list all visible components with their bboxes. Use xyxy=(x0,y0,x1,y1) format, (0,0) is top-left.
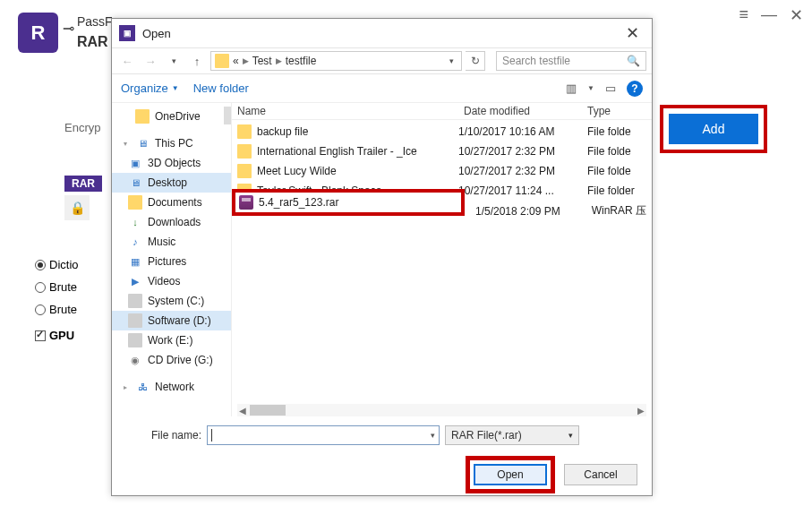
view-mode-icon[interactable]: ▥ xyxy=(566,81,577,95)
tree-drive-d[interactable]: Software (D:) xyxy=(112,311,231,330)
list-header[interactable]: Name Date modified Type xyxy=(232,103,652,120)
app-title-top: PassF xyxy=(77,14,113,29)
col-type[interactable]: Type xyxy=(587,105,646,117)
file-type-filter[interactable]: RAR File(*.rar) ▾ xyxy=(445,425,579,445)
tree-drive-c[interactable]: System (C:) xyxy=(112,291,231,311)
tree-desktop[interactable]: 🖥Desktop xyxy=(112,173,231,193)
cancel-button[interactable]: Cancel xyxy=(564,464,637,485)
folder-icon xyxy=(237,144,252,159)
nav-recent-dropdown-icon[interactable]: ▾ xyxy=(164,56,184,65)
tree-pictures[interactable]: ▦Pictures xyxy=(112,252,231,271)
breadcrumb-testfile[interactable]: testfile xyxy=(286,55,317,67)
search-placeholder: Search testfile xyxy=(502,55,570,67)
download-icon: ↓ xyxy=(128,215,142,229)
list-item[interactable]: Meet Lucy Wilde 10/27/2017 2:32 PM File … xyxy=(232,161,652,181)
new-folder-button[interactable]: New folder xyxy=(193,81,249,95)
chevron-right-icon: ▶ xyxy=(276,56,282,65)
open-button[interactable]: Open xyxy=(474,464,547,485)
onedrive-icon xyxy=(135,109,150,124)
folder-icon xyxy=(237,164,252,178)
organize-menu[interactable]: Organize ▼ xyxy=(121,81,179,95)
breadcrumb-test[interactable]: Test xyxy=(252,55,272,67)
filename-label: File name: xyxy=(123,429,201,442)
rar-icon xyxy=(239,195,253,210)
tree-documents[interactable]: Documents xyxy=(112,193,231,212)
cube-icon: ▣ xyxy=(128,156,142,170)
dialog-app-icon: ▣ xyxy=(119,25,135,41)
drive-icon xyxy=(128,333,142,347)
network-icon: 🖧 xyxy=(135,380,150,394)
list-item[interactable]: International English Trailer - _Ice 10/… xyxy=(232,142,652,161)
radio-brute-1[interactable]: Brute xyxy=(35,280,79,294)
app-logo-icon: R xyxy=(18,13,58,53)
breadcrumb-folder-icon xyxy=(215,54,229,68)
pictures-icon: ▦ xyxy=(128,254,142,269)
chevron-down-icon[interactable]: ▾ xyxy=(121,140,130,148)
breadcrumb[interactable]: « ▶ Test ▶ testfile ▾ xyxy=(210,51,462,71)
chevron-right-icon: ▶ xyxy=(243,56,249,65)
tree-onedrive[interactable]: OneDrive xyxy=(112,107,231,126)
radio-dictionary[interactable]: Dictio xyxy=(35,258,79,271)
chevron-down-icon: ▼ xyxy=(172,84,179,92)
nav-up-icon[interactable]: ↑ xyxy=(187,55,207,68)
chevron-down-icon: ▾ xyxy=(568,431,573,440)
tree-drive-g[interactable]: ◉CD Drive (G:) xyxy=(112,350,231,370)
add-button[interactable]: Add xyxy=(669,114,758,144)
folder-tree: OneDrive ▾🖥This PC ▣3D Objects 🖥Desktop … xyxy=(112,103,232,416)
folder-icon xyxy=(237,124,252,139)
tree-scrollbar[interactable] xyxy=(224,107,231,124)
pc-icon: 🖥 xyxy=(135,136,150,150)
checkbox-gpu[interactable]: GPU xyxy=(35,329,79,342)
radio-brute-2[interactable]: Brute xyxy=(35,303,79,316)
list-horizontal-scrollbar[interactable]: ◀ ▶ xyxy=(237,404,646,416)
file-list: Name Date modified Type backup file 1/10… xyxy=(232,103,652,416)
nav-forward-icon[interactable]: → xyxy=(141,55,160,68)
drive-icon xyxy=(128,294,142,308)
filename-dropdown-icon[interactable]: ▾ xyxy=(431,431,435,440)
view-dropdown-icon[interactable]: ▼ xyxy=(587,84,594,92)
drive-icon xyxy=(128,313,142,328)
cd-icon: ◉ xyxy=(128,353,142,367)
documents-icon xyxy=(128,195,142,210)
tree-videos[interactable]: ▶Videos xyxy=(112,271,231,291)
tree-downloads[interactable]: ↓Downloads xyxy=(112,212,231,232)
tree-drive-e[interactable]: Work (E:) xyxy=(112,330,231,350)
videos-icon: ▶ xyxy=(128,274,142,288)
app-close-icon[interactable]: ✕ xyxy=(790,5,803,25)
filename-input[interactable]: ▾ xyxy=(207,425,440,445)
minimize-icon[interactable]: — xyxy=(761,5,777,25)
app-menu-icon[interactable]: ≡ xyxy=(739,5,748,25)
list-item-rar[interactable]: 5.4_rar5_123.rar xyxy=(239,194,457,210)
app-key-icon: ⊸ xyxy=(63,20,74,37)
preview-pane-icon[interactable]: ▭ xyxy=(605,81,616,95)
col-name[interactable]: Name xyxy=(237,105,464,117)
tree-network[interactable]: ▸🖧Network xyxy=(112,377,231,397)
nav-back-icon[interactable]: ← xyxy=(117,55,137,68)
rar-badge: RAR xyxy=(64,176,102,192)
add-button-highlight: Add xyxy=(660,105,767,153)
desktop-icon: 🖥 xyxy=(128,176,142,190)
tree-3d-objects[interactable]: ▣3D Objects xyxy=(112,153,231,173)
dialog-close-icon[interactable]: ✕ xyxy=(620,23,645,43)
rar-file-highlight: 5.4_rar5_123.rar xyxy=(232,189,465,216)
breadcrumb-root[interactable]: « xyxy=(233,55,239,67)
open-dialog: ▣ Open ✕ ← → ▾ ↑ « ▶ Test ▶ testfile ▾ ↻… xyxy=(111,18,653,496)
tree-music[interactable]: ♪Music xyxy=(112,232,231,252)
lock-icon: 🔒 xyxy=(64,195,90,220)
list-item[interactable]: backup file 1/10/2017 10:16 AM File fold… xyxy=(232,122,652,142)
col-date[interactable]: Date modified xyxy=(464,105,587,117)
music-icon: ♪ xyxy=(128,235,142,249)
chevron-right-icon[interactable]: ▸ xyxy=(121,383,130,391)
help-icon[interactable]: ? xyxy=(627,81,643,97)
app-title-sub: RAR xyxy=(77,34,108,50)
open-button-highlight: Open xyxy=(466,456,555,493)
dialog-title: Open xyxy=(142,27,171,40)
tree-this-pc[interactable]: ▾🖥This PC xyxy=(112,133,231,153)
refresh-icon[interactable]: ↻ xyxy=(466,51,485,71)
search-input[interactable]: Search testfile 🔍 xyxy=(496,51,646,71)
breadcrumb-dropdown-icon[interactable]: ▾ xyxy=(446,56,457,65)
search-icon: 🔍 xyxy=(627,55,640,67)
